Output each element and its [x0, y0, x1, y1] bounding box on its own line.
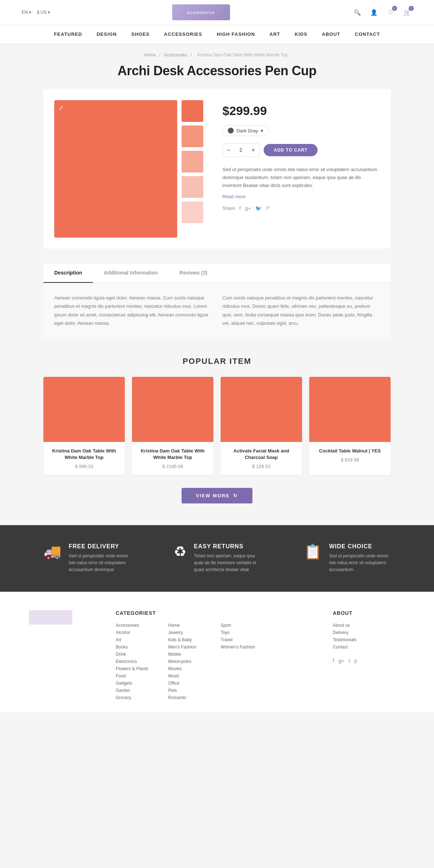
- logo-box[interactable]: ecommerce: [172, 4, 230, 20]
- nav-featured[interactable]: FEATURED: [54, 31, 82, 37]
- footer-cat-food[interactable]: Food: [116, 672, 161, 680]
- nav-shoes[interactable]: SHOES: [131, 31, 150, 37]
- thumbnail-1[interactable]: [182, 100, 203, 122]
- quantity-value: 2: [234, 147, 247, 153]
- product-description: Sed ut perspiciatis unde omnis iste natu…: [222, 166, 380, 190]
- footer-contact[interactable]: Contact: [333, 643, 405, 651]
- nav-design[interactable]: DESIGN: [97, 31, 117, 37]
- footer-cat-office[interactable]: Office: [168, 680, 213, 687]
- product-card-2[interactable]: Kristina Dam Oak Table With White Marble…: [132, 377, 213, 475]
- footer-cat-music[interactable]: Music: [168, 672, 213, 680]
- wishlist-icon-wrap[interactable]: ♡ 0: [386, 7, 396, 17]
- expand-icon[interactable]: ⤢: [59, 105, 63, 111]
- currency-selector[interactable]: $ US ▾: [37, 10, 50, 15]
- logo-text: ecommerce: [187, 10, 215, 15]
- footer-cat-drink[interactable]: Drink: [116, 651, 161, 658]
- tabs-header: Description Additional Information Revie…: [43, 263, 391, 283]
- product-card-3[interactable]: Activate Facial Mask and Charcoal Soap $…: [221, 377, 302, 475]
- footer-cat-accessories[interactable]: Accessories: [116, 622, 161, 629]
- pinterest-icon[interactable]: 𝓟: [266, 205, 269, 211]
- top-bar-left: EN ▾ $ US ▾: [22, 10, 50, 15]
- footer-cat-art[interactable]: Art: [116, 636, 161, 643]
- facebook-icon[interactable]: f: [239, 205, 241, 211]
- thumbnail-5[interactable]: [182, 201, 203, 223]
- nav-kids[interactable]: KIDS: [295, 31, 307, 37]
- footer-cat-mobile[interactable]: Mobile: [168, 651, 213, 658]
- footer-cat-womens[interactable]: Women's Fashion: [221, 643, 266, 651]
- nav-contact[interactable]: CONTACT: [355, 31, 380, 37]
- color-selector[interactable]: Dark Gray ▾: [222, 125, 269, 136]
- account-icon[interactable]: 👤: [369, 7, 379, 17]
- footer-logo: [29, 610, 72, 625]
- qty-cart-row: − 2 + ADD TO CART: [222, 143, 380, 157]
- card-title-4: Cocktail Table Walnut | YES: [315, 448, 385, 454]
- card-body-3: Activate Facial Mask and Charcoal Soap $…: [221, 442, 302, 475]
- share-row: Share f g+ 🐦 𝓟: [222, 205, 380, 211]
- breadcrumb-category[interactable]: Accessories: [164, 52, 187, 58]
- product-card-4[interactable]: Cocktail Table Walnut | YES $ 629.99: [309, 377, 391, 475]
- footer-cat-flowers[interactable]: Flowers & Plants: [116, 665, 161, 672]
- cart-icon-wrap[interactable]: 🛒 2: [402, 7, 412, 17]
- nav-high-fashion[interactable]: HIGH FASHION: [217, 31, 255, 37]
- main-product-image[interactable]: ⤢: [54, 100, 177, 238]
- footer-facebook-icon[interactable]: f: [333, 658, 334, 664]
- footer-cat-sport[interactable]: Sport: [221, 622, 266, 629]
- nav-about[interactable]: ABOUT: [322, 31, 340, 37]
- qty-decrease-button[interactable]: −: [223, 144, 234, 157]
- qty-increase-button[interactable]: +: [247, 144, 259, 157]
- view-more-button[interactable]: VIEW MORE ↻: [182, 488, 253, 503]
- footer-cat-motorcycles[interactable]: Motorcycles: [168, 658, 213, 665]
- breadcrumb-home[interactable]: Home: [144, 52, 156, 58]
- footer-cat-kids[interactable]: Kids & Baby: [168, 636, 213, 643]
- add-to-cart-button[interactable]: ADD TO CART: [264, 144, 318, 156]
- thumbnail-3[interactable]: [182, 151, 203, 173]
- footer-cat-pets[interactable]: Pets: [168, 687, 213, 694]
- tab-additional-info[interactable]: Additional Information: [93, 263, 169, 283]
- footer-cat-alcohol[interactable]: Alcohol: [116, 629, 161, 636]
- thumbnail-4[interactable]: [182, 176, 203, 198]
- footer-pinterest-icon[interactable]: p: [354, 658, 357, 664]
- nav-art[interactable]: ART: [269, 31, 280, 37]
- feature-delivery: 🚚 FREE DELIVERY Sed ut perspiciatis unde…: [43, 543, 130, 574]
- footer-cat-jewelry[interactable]: Jewelry: [168, 629, 213, 636]
- tab-description[interactable]: Description: [43, 263, 93, 283]
- thumbnail-2[interactable]: [182, 125, 203, 147]
- nav-accessories[interactable]: ACCESSORIES: [164, 31, 203, 37]
- footer-cat-romantic[interactable]: Romantic: [168, 694, 213, 701]
- feature-delivery-desc: Sed ut perspiciatis unde omnis iste natu…: [69, 553, 130, 574]
- twitter-icon[interactable]: 🐦: [255, 205, 261, 211]
- footer-googleplus-icon[interactable]: g+: [339, 658, 344, 664]
- footer-cat-travel[interactable]: Travel: [221, 636, 266, 643]
- googleplus-icon[interactable]: g+: [245, 205, 251, 211]
- feature-choice-title: WIDE CHOICE: [329, 543, 391, 550]
- product-card-1[interactable]: Kristina Dam Oak Table With White Marble…: [43, 377, 125, 475]
- card-image-3: [221, 377, 302, 442]
- footer-cat-electronics[interactable]: Electronics: [116, 658, 161, 665]
- footer-cat-books[interactable]: Books: [116, 643, 161, 651]
- choice-icon: 📋: [304, 543, 322, 560]
- footer-cat-grocery[interactable]: Grocery: [116, 694, 161, 701]
- footer-cat-garden[interactable]: Garden: [116, 687, 161, 694]
- footer-cats-grid: Accessories Alcohol Art Books Drink Elec…: [116, 622, 318, 701]
- search-icon[interactable]: 🔍: [352, 7, 362, 17]
- footer-about-us[interactable]: About us: [333, 622, 405, 629]
- view-more-wrap: VIEW MORE ↻: [43, 488, 391, 503]
- read-more-link[interactable]: Read more: [222, 194, 380, 199]
- card-body-2: Kristina Dam Oak Table With White Marble…: [132, 442, 213, 475]
- tab-reviews[interactable]: Reviews (3): [169, 263, 218, 283]
- footer-cat-mens[interactable]: Men's Fashion: [168, 643, 213, 651]
- footer-testimonials[interactable]: Testimonials: [333, 636, 405, 643]
- refresh-icon: ↻: [233, 493, 238, 498]
- footer-cat-home[interactable]: Home: [168, 622, 213, 629]
- footer-cat-toys[interactable]: Toys: [221, 629, 266, 636]
- feature-choice: 📋 WIDE CHOICE Sed ut perspiciatis unde o…: [304, 543, 391, 574]
- footer-delivery[interactable]: Delivery: [333, 629, 405, 636]
- footer-cat-gadgets[interactable]: Gadgets: [116, 680, 161, 687]
- footer-about-title: ABOUT: [333, 610, 405, 616]
- card-image-4: [309, 377, 391, 442]
- footer-cat-movies[interactable]: Movies: [168, 665, 213, 672]
- footer-twitter-icon[interactable]: t: [349, 658, 350, 664]
- product-images: ⤢: [54, 100, 212, 238]
- features-bar: 🚚 FREE DELIVERY Sed ut perspiciatis unde…: [0, 525, 434, 592]
- language-selector[interactable]: EN ▾: [22, 10, 31, 15]
